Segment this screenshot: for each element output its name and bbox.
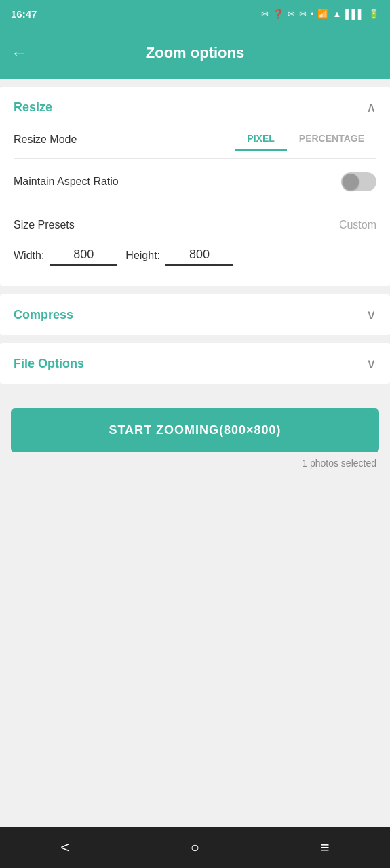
width-input[interactable] [50,245,117,266]
size-presets-value: Custom [339,219,376,231]
email2-icon: ✉ [288,9,295,19]
file-options-section-title: File Options [14,357,84,371]
resize-section-title: Resize [14,100,52,115]
back-button[interactable]: ← [11,43,27,62]
battery-icon: 🔋 [368,9,379,19]
width-label: Width: [14,250,44,262]
dimensions-row: Width: Height: [14,238,376,273]
page-title: Zoom options [38,44,352,62]
tab-pixel[interactable]: PIXEL [235,127,286,151]
height-label: Height: [125,250,160,262]
email-icon: ✉ [261,9,269,19]
divider-1 [14,158,376,159]
tab-percentage[interactable]: PERCENTAGE [287,127,376,151]
wifi-icon: ▲ [332,9,341,19]
divider-2 [14,205,376,205]
resize-mode-row: Resize Mode PIXEL PERCENTAGE [14,127,376,151]
height-input[interactable] [165,245,233,266]
file-options-section-header[interactable]: File Options ∨ [0,343,390,384]
aspect-ratio-row: Maintain Aspect Ratio [14,165,376,198]
bottom-nav: < ○ ≡ [0,827,390,868]
status-bar: 16:47 ✉ ❓ ✉ ✉ • 📶 ▲ ▌▌▌ 🔋 [0,0,390,27]
top-bar: ← Zoom options [0,27,390,79]
width-group: Width: [14,245,117,266]
nav-back-button[interactable]: < [40,832,90,863]
nav-home-button[interactable]: ○ [170,832,220,863]
start-zooming-button[interactable]: START ZOOMING(800×800) [11,408,379,452]
compress-section-title: Compress [14,308,73,322]
compress-chevron-icon: ∨ [366,307,376,323]
resize-mode-label: Resize Mode [14,134,235,146]
photos-selected: 1 photos selected [11,458,379,469]
file-options-chevron-icon: ∨ [366,355,376,372]
compress-card: Compress ∨ [0,294,390,335]
resize-chevron-icon: ∧ [366,99,376,115]
bars-icon: ▌▌▌ [345,9,364,19]
help-icon: ❓ [273,9,284,19]
height-group: Height: [125,245,233,266]
resize-section-body: Resize Mode PIXEL PERCENTAGE Maintain As… [0,127,390,286]
size-presets-row[interactable]: Size Presets Custom [14,212,376,238]
email3-icon: ✉ [299,9,307,19]
status-time: 16:47 [11,8,37,20]
resize-tabs: PIXEL PERCENTAGE [235,127,376,151]
resize-card: Resize ∧ Resize Mode PIXEL PERCENTAGE Ma… [0,87,390,286]
toggle-thumb [343,174,359,190]
aspect-ratio-label: Maintain Aspect Ratio [14,176,341,188]
nav-menu-button[interactable]: ≡ [300,832,350,863]
size-presets-label: Size Presets [14,219,339,231]
aspect-ratio-toggle[interactable] [341,172,376,191]
start-button-container: START ZOOMING(800×800) 1 photos selected [0,392,390,474]
resize-section-header[interactable]: Resize ∧ [0,87,390,127]
content-area: Resize ∧ Resize Mode PIXEL PERCENTAGE Ma… [0,79,390,868]
signal-icon: 📶 [317,9,328,19]
dot-icon: • [311,9,314,19]
compress-section-header[interactable]: Compress ∨ [0,294,390,335]
file-options-card: File Options ∨ [0,343,390,384]
status-icons: ✉ ❓ ✉ ✉ • 📶 ▲ ▌▌▌ 🔋 [261,9,379,19]
